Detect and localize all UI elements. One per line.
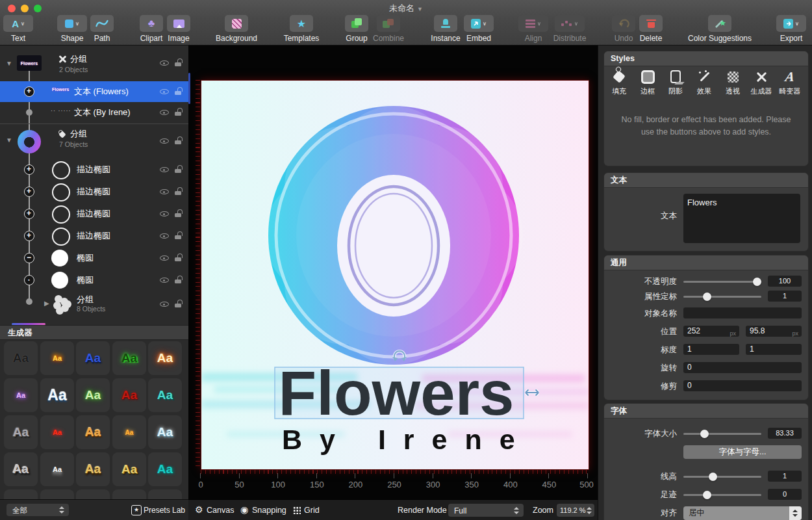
visibility-eye-icon[interactable] (160, 86, 170, 96)
tree-node-dot[interactable] (26, 298, 32, 305)
preset-filter-select[interactable]: 全部 (6, 504, 69, 516)
lock-icon[interactable] (175, 253, 183, 262)
border-style-button[interactable]: 边框 (634, 68, 661, 96)
scale-y-input[interactable]: 1 (746, 344, 802, 355)
visibility-eye-icon[interactable] (160, 187, 170, 196)
lock-icon[interactable] (175, 136, 183, 145)
layer-row-group-flower[interactable]: ▶ 分组 8 Objects (0, 291, 188, 318)
text-preset-tile[interactable]: Aa (4, 415, 38, 449)
tree-node-plus[interactable]: + (24, 187, 34, 197)
text-content-field[interactable]: Flowers (683, 194, 800, 243)
tree-node-plus[interactable]: + (24, 209, 34, 219)
text-preset-tile[interactable]: Aa (112, 378, 146, 412)
line-height-slider[interactable] (683, 476, 761, 478)
font-and-letters-button[interactable]: 字体与字母... (683, 445, 802, 459)
color-suggestions-button[interactable]: Color Suggestions (679, 15, 760, 43)
text-preset-tile[interactable]: Aa (40, 341, 74, 375)
distorter-style-button[interactable]: A畸变器 (776, 68, 804, 96)
tracking-slider-thumb[interactable] (703, 491, 711, 499)
opacity-value[interactable]: 100 (768, 276, 802, 287)
visibility-eye-icon[interactable] (160, 231, 170, 240)
effect-style-button[interactable]: 效果 (691, 68, 718, 96)
position-x-input[interactable]: 252px (683, 326, 739, 337)
visibility-eye-icon[interactable] (160, 209, 170, 218)
tree-node-plus[interactable]: + (24, 164, 34, 175)
disclosure-triangle-icon[interactable]: ▶ (44, 300, 49, 307)
font-size-value[interactable]: 83.33 (768, 428, 802, 439)
export-button[interactable]: ∨ Export (765, 15, 812, 43)
text-preset-tile[interactable]: Aa (148, 341, 182, 375)
rotation-input[interactable]: 0 (683, 362, 802, 373)
visibility-eye-icon[interactable] (160, 253, 170, 263)
disclosure-triangle-icon[interactable]: ▼ (6, 136, 12, 144)
text-preset-tile[interactable]: Aa (40, 378, 74, 412)
line-height-value[interactable]: 1 (768, 471, 802, 482)
tree-node-plus[interactable]: + (24, 86, 34, 97)
layer-row-group-text[interactable]: ▼ Flowers 分组 2 Objects (0, 52, 188, 81)
snapping-button[interactable]: Snapping (252, 506, 286, 515)
visibility-eye-icon[interactable] (160, 164, 170, 174)
tree-node-dot[interactable] (26, 109, 32, 116)
generator-style-button[interactable]: 生成器 (748, 68, 775, 96)
image-tool-button[interactable]: Image (153, 15, 205, 43)
attribute-scaling-value[interactable]: 1 (768, 291, 802, 302)
font-size-slider-thumb[interactable] (700, 430, 709, 438)
presets-lab-button[interactable]: Presets Lab (144, 506, 185, 515)
text-preset-tile[interactable]: Aa (112, 452, 146, 486)
lock-icon[interactable] (175, 86, 183, 96)
delete-button[interactable]: Delete (625, 15, 677, 43)
lock-icon[interactable] (175, 209, 183, 218)
text-preset-tile[interactable]: Aa (40, 452, 74, 486)
text-preset-tile[interactable]: Aa (40, 415, 74, 449)
visibility-eye-icon[interactable] (160, 299, 170, 309)
text-preset-tile[interactable]: Aa (76, 378, 110, 412)
object-name-input[interactable] (683, 307, 802, 318)
text-tool-button[interactable]: A∨ Text (0, 15, 44, 43)
disclosure-triangle-icon[interactable]: ▼ (6, 60, 12, 67)
path-tool-button[interactable]: Path (76, 15, 128, 43)
tree-node-minus[interactable]: − (24, 253, 34, 263)
opacity-slider-thumb[interactable] (753, 278, 761, 286)
text-preset-tile[interactable]: Aa (4, 341, 38, 375)
lock-icon[interactable] (175, 58, 183, 67)
canvas-settings-button[interactable]: Canvas (207, 506, 234, 515)
text-preset-tile[interactable]: Aa (76, 415, 110, 449)
position-y-input[interactable]: 95.8px (746, 326, 802, 337)
tracking-value[interactable]: 0 (768, 489, 802, 500)
lock-icon[interactable] (175, 187, 183, 196)
background-tool-button[interactable]: Background (207, 15, 266, 43)
text-preset-tile[interactable]: Aa (148, 452, 182, 486)
text-preset-tile[interactable]: Aa (76, 452, 110, 486)
text-preset-tile[interactable]: Aa (76, 341, 110, 375)
layer-row-group-disc[interactable]: ▼ 分组 7 Objects (0, 126, 188, 157)
window-title[interactable]: 未命名▼ (0, 3, 812, 14)
text-preset-tile[interactable]: Aa (4, 378, 38, 412)
selection-box[interactable] (275, 367, 524, 419)
line-height-slider-thumb[interactable] (709, 473, 717, 481)
artboard[interactable]: Flowers By Irene (201, 80, 589, 470)
font-size-slider[interactable] (683, 433, 761, 435)
zoom-stepper[interactable]: 119.2 % (557, 504, 594, 517)
tree-node-intersect[interactable]: ▪ (24, 275, 34, 285)
canvas-area[interactable]: Flowers By Irene 0 50 100 150 200 250 30 (188, 46, 598, 520)
grid-button[interactable]: Grid (304, 506, 320, 515)
lock-icon[interactable] (175, 107, 183, 116)
templates-button[interactable]: ★ Templates (272, 15, 331, 43)
lock-icon[interactable] (175, 231, 183, 240)
transparency-style-button[interactable]: 透视 (719, 68, 746, 96)
tracking-slider[interactable] (683, 494, 761, 496)
align-select[interactable]: 居中 (683, 506, 802, 520)
text-preset-tile[interactable]: Aa (4, 452, 38, 486)
visibility-eye-icon[interactable] (160, 275, 170, 285)
text-preset-tile[interactable]: Aa (112, 415, 146, 449)
visibility-eye-icon[interactable] (160, 107, 170, 117)
shadow-style-button[interactable]: 阴影 (662, 68, 689, 96)
embed-button[interactable]: ∨ Embed (453, 15, 505, 43)
text-preset-tile[interactable]: Aa (148, 378, 182, 412)
text-preset-tile[interactable]: Aa (148, 415, 182, 449)
trim-input[interactable]: 0 (683, 380, 802, 391)
artwork-subtitle-text[interactable]: By Irene (282, 424, 533, 455)
lock-icon[interactable] (175, 299, 183, 308)
tree-node-plus[interactable]: + (24, 231, 34, 241)
scale-x-input[interactable]: 1 (683, 344, 739, 355)
